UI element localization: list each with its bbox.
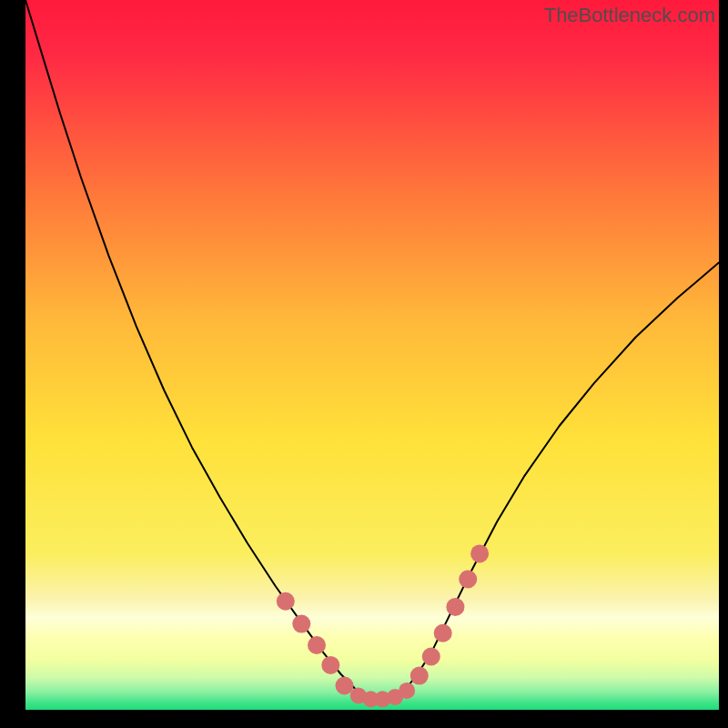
marker-dot xyxy=(459,571,477,589)
marker-dot xyxy=(446,598,464,616)
marker-dot xyxy=(336,677,354,695)
marker-dot xyxy=(292,615,310,633)
marker-dot xyxy=(308,636,326,654)
marker-dot xyxy=(434,624,452,642)
marker-dot xyxy=(410,667,429,685)
marker-dot xyxy=(422,648,440,666)
marker-dot xyxy=(277,592,295,611)
plot-background xyxy=(25,0,719,710)
marker-dot xyxy=(321,656,339,674)
watermark-text: TheBottleneck.com xyxy=(544,5,715,25)
marker-dot xyxy=(399,682,415,699)
marker-dot xyxy=(470,544,489,562)
